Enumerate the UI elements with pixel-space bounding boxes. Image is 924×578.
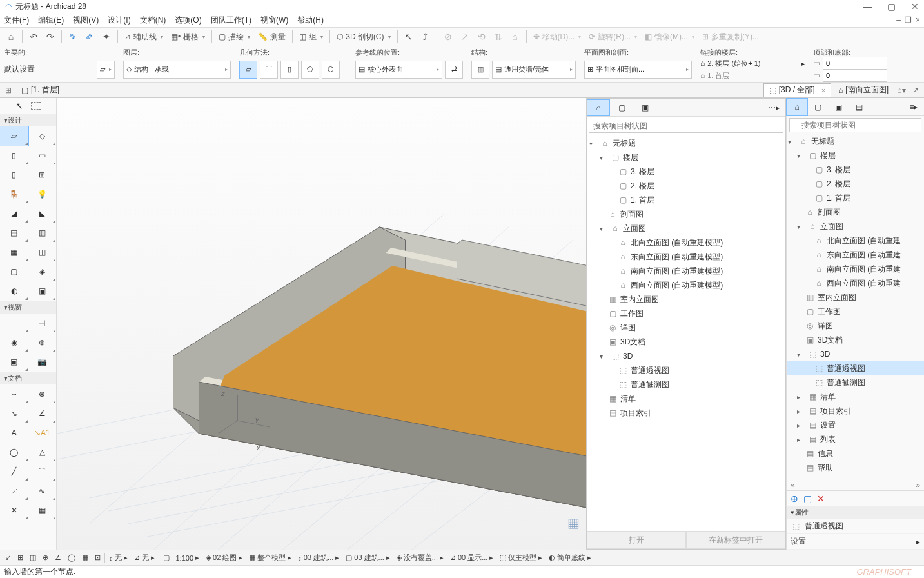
polyline-tool[interactable]: ⩘ xyxy=(0,481,28,501)
plan-dropdown[interactable]: ⊞平面图和剖面...▸ xyxy=(584,61,692,79)
menu-design[interactable]: 设计(I) xyxy=(108,15,130,26)
tool-d[interactable]: ⌂ xyxy=(507,28,524,45)
object-tool[interactable]: 🪑 xyxy=(0,184,28,204)
rtree-elev-e[interactable]: ⌂东向立面图 (自动重建 xyxy=(787,248,924,262)
qopt-f[interactable]: ◯ xyxy=(65,552,78,564)
tool-b[interactable]: ⟲ xyxy=(473,28,490,45)
tree-perspective[interactable]: ⬚普通透视图 xyxy=(587,363,785,377)
spline-tool[interactable]: ∿ xyxy=(28,481,57,501)
tab-3d[interactable]: ⬚[3D / 全部]× xyxy=(763,83,831,97)
mdi-minimize[interactable]: – xyxy=(896,15,901,25)
worksheet-tool[interactable]: ▣ xyxy=(0,352,28,372)
tree-elev-n[interactable]: ⌂北向立面图 (自动重建模型) xyxy=(587,235,785,250)
menu-document[interactable]: 文档(N) xyxy=(140,15,166,26)
figure-tool[interactable]: ▦ xyxy=(28,501,57,520)
magic-wand-button[interactable]: ✦ xyxy=(98,28,115,45)
rtree-detail[interactable]: ◎详图 xyxy=(787,319,924,333)
elevation-tool[interactable]: ⊣ xyxy=(28,314,57,333)
tree-axo[interactable]: ⬚普通轴测图 xyxy=(587,377,785,392)
rnav-layout[interactable]: ▣ xyxy=(828,99,849,115)
rnav-menu[interactable]: ≡▸ xyxy=(903,99,924,115)
rnav-project-map[interactable]: ⌂ xyxy=(787,99,807,115)
qopt-c[interactable]: ◫ xyxy=(27,552,39,564)
tree-detail[interactable]: ◎详图 xyxy=(587,321,785,335)
toolbox-design-head[interactable]: ▾ 设计 xyxy=(0,114,56,126)
rtree-index[interactable]: ▸▤项目索引 xyxy=(787,404,924,418)
default-settings-button[interactable]: 默认设置 xyxy=(4,64,94,75)
qopt-b[interactable]: ⊞ xyxy=(15,552,26,564)
label-tool[interactable]: ↘A1 xyxy=(28,423,57,443)
minimize-button[interactable]: — xyxy=(863,1,872,12)
move-menu[interactable]: ✥移动(D)...▾ xyxy=(529,28,585,45)
menu-view[interactable]: 视图(V) xyxy=(73,15,99,26)
nav-open-new-button[interactable]: 在新标签中打开 xyxy=(686,532,785,549)
geom-chained[interactable]: ⬡ xyxy=(322,61,340,79)
qopt-only-model[interactable]: ⬚ 仅主模型 ▸ xyxy=(497,552,545,564)
new-folder-icon[interactable]: ▢ xyxy=(803,493,812,504)
morph-tool[interactable]: ◐ xyxy=(0,281,28,301)
tab-close[interactable]: × xyxy=(821,86,825,94)
rotate-menu[interactable]: ⟳旋转(R)...▾ xyxy=(585,28,641,45)
qopt-h[interactable]: ⊡ xyxy=(92,552,103,564)
line-tool[interactable]: ╱ xyxy=(0,462,28,481)
props-header[interactable]: ▾ 属性 xyxy=(787,506,924,519)
tree-floor-2[interactable]: ▢2. 楼层 xyxy=(587,179,785,193)
bottom-offset-input[interactable] xyxy=(823,69,887,82)
tab-organizer-icon[interactable]: ⊞ xyxy=(3,85,14,96)
dim-tool[interactable]: ↔ xyxy=(0,384,28,404)
angle-dim-tool[interactable]: ∠ xyxy=(28,404,57,423)
rtree-worksheet[interactable]: ▢工作图 xyxy=(787,304,924,319)
tree-floor-1[interactable]: ▢1. 首层 xyxy=(587,193,785,207)
column-tool[interactable]: ▯ xyxy=(0,146,28,165)
tree-schedule[interactable]: ▦清单 xyxy=(587,392,785,406)
slab-tool[interactable]: ◇ xyxy=(28,126,57,146)
tree-floors[interactable]: ▾▢楼层 xyxy=(587,150,785,164)
qopt-display[interactable]: ⊿ 00 显示... ▸ xyxy=(447,552,496,564)
prop-setting-row[interactable]: 设置▸ xyxy=(787,534,924,550)
tree-3ddoc[interactable]: ▣3D文档 xyxy=(587,335,785,349)
tool-c[interactable]: ⇅ xyxy=(490,28,507,45)
tree-elev-e[interactable]: ⌂东向立面图 (自动重建模型) xyxy=(587,250,785,264)
qopt-building[interactable]: ↕ 03 建筑... ▸ xyxy=(295,552,342,564)
rtree-info[interactable]: ▤信息 xyxy=(787,446,924,461)
home-button[interactable]: ⌂ xyxy=(3,28,19,45)
qopt-none2[interactable]: ⊿ 无 ▸ xyxy=(132,552,157,564)
arc-tool[interactable]: ⌒ xyxy=(28,462,57,481)
qopt-model[interactable]: ▦ 整个模型 ▸ xyxy=(246,552,294,564)
linked-story-top[interactable]: 2. 楼层 (始位+ 1) xyxy=(707,59,760,68)
qopt-none1[interactable]: ↕ 无 ▸ xyxy=(106,552,130,564)
beam-tool[interactable]: ▭ xyxy=(28,146,57,165)
tab-popout[interactable]: ↗ xyxy=(910,85,921,96)
guideline-toggle[interactable]: ⊿辅助线▾ xyxy=(121,28,167,45)
grid-snap-icon[interactable]: ▦ xyxy=(567,515,580,530)
rtree-floor-1[interactable]: ▢1. 首层 xyxy=(787,191,924,205)
tab-floor-plan[interactable]: ▢[1. 首层] xyxy=(15,83,65,97)
linked-story-bottom[interactable]: 1. 首层 xyxy=(707,71,729,81)
trace-toggle[interactable]: ▢描绘▾ xyxy=(215,28,254,45)
roof-tool[interactable]: ◢ xyxy=(0,204,28,223)
nav-view-map[interactable]: ▢ xyxy=(610,99,633,116)
rtree-elev-s[interactable]: ⌂南向立面图 (自动重建 xyxy=(787,262,924,276)
struct-basic[interactable]: ▥ xyxy=(471,61,489,79)
rtree-root[interactable]: ▾⌂无标题 xyxy=(787,134,924,148)
menu-teamwork[interactable]: 团队工作(T) xyxy=(211,15,251,26)
rtree-floor-2[interactable]: ▢2. 楼层 xyxy=(787,177,924,191)
measure-button[interactable]: 📏测量 xyxy=(254,28,290,45)
right-nav-hscroll[interactable]: «» xyxy=(787,479,924,490)
qopt-g[interactable]: ▦ xyxy=(79,552,91,564)
delete-icon[interactable]: ✕ xyxy=(817,493,825,504)
scroll-right-icon[interactable]: » xyxy=(916,481,920,490)
rtree-3ddoc[interactable]: ▣3D文档 xyxy=(787,333,924,347)
rtree-perspective[interactable]: ⬚普通透视图 xyxy=(787,361,924,375)
mesh-tool[interactable]: ◫ xyxy=(28,243,57,262)
menu-options[interactable]: 选项(O) xyxy=(175,15,201,26)
tree-root[interactable]: ▾⌂无标题 xyxy=(587,136,785,150)
nav-layout-book[interactable]: ▣ xyxy=(633,99,656,116)
tree-elev-s[interactable]: ⌂南向立面图 (自动重建模型) xyxy=(587,264,785,278)
qopt-simple[interactable]: ◐ 简单底纹 ▸ xyxy=(546,552,594,564)
menu-window[interactable]: 视窗(W) xyxy=(260,15,288,26)
curtainwall-tool[interactable]: ▦ xyxy=(0,243,28,262)
qopt-a[interactable]: ↙ xyxy=(3,552,14,564)
tree-worksheet[interactable]: ▢工作图 xyxy=(587,306,785,321)
qopt-override[interactable]: ◈ 没有覆盖... ▸ xyxy=(394,552,446,564)
